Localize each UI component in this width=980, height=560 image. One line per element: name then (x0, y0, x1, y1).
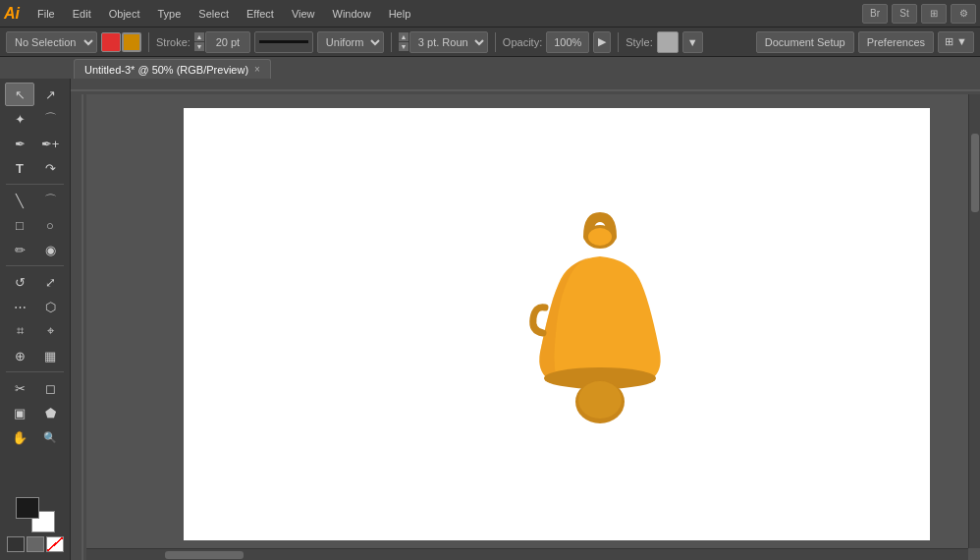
divider-3 (495, 32, 496, 52)
app-logo: Ai (4, 5, 20, 23)
preferences-button[interactable]: Preferences (858, 31, 934, 53)
menu-help[interactable]: Help (381, 5, 419, 23)
horizontal-scrollbar[interactable] (86, 548, 968, 560)
artboard-tool[interactable]: ▣ (5, 401, 34, 424)
none-swatch[interactable] (46, 536, 64, 552)
menu-bar: Ai File Edit Object Type Select Effect V… (0, 0, 980, 28)
weight-up[interactable]: ▲ (399, 32, 408, 41)
stock-button[interactable]: St (892, 4, 917, 24)
stroke-arrows: ▲ ▼ (194, 32, 204, 51)
weight-dropdown[interactable]: 3 pt. Round (409, 31, 488, 53)
scale-tool[interactable]: ⤢ (35, 270, 65, 294)
add-anchor-tool[interactable]: ✒+ (35, 132, 65, 155)
direct-select-tool[interactable]: ↗ (35, 83, 65, 106)
workspace-button[interactable]: ⊞ (921, 4, 947, 24)
stroke-line-preview (254, 31, 313, 53)
ellipse-tool[interactable]: ○ (35, 213, 65, 237)
stroke-uniform-dropdown[interactable]: Uniform (317, 31, 384, 53)
tab-close-button[interactable]: × (254, 64, 260, 75)
config-button[interactable]: ⚙ (951, 4, 976, 24)
weight-down[interactable]: ▼ (399, 42, 408, 51)
selection-dropdown[interactable]: No Selection (6, 31, 97, 53)
menu-object[interactable]: Object (101, 5, 148, 23)
menu-effect[interactable]: Effect (239, 5, 282, 23)
menu-view[interactable]: View (284, 5, 323, 23)
tool-divider-2 (6, 265, 64, 266)
style-dropdown-btn[interactable]: ▼ (682, 31, 703, 53)
column-graph-tool[interactable]: ▦ (35, 344, 65, 367)
medium-swatch[interactable] (27, 536, 44, 552)
lasso-tool[interactable]: ⌒ (35, 107, 65, 131)
perspective-tool[interactable]: ⬟ (35, 401, 65, 424)
menu-select[interactable]: Select (191, 5, 237, 23)
menu-window[interactable]: Window (325, 5, 379, 23)
magic-wand-tool[interactable]: ✦ (5, 107, 34, 131)
stroke-down[interactable]: ▼ (194, 42, 204, 51)
touch-type-tool[interactable]: ↷ (35, 156, 65, 180)
tool-row-type: T ↷ (2, 156, 68, 180)
vertical-scrollbar[interactable] (968, 94, 980, 548)
stroke-color-swatch[interactable] (122, 32, 141, 52)
select-tool[interactable]: ↖ (5, 83, 34, 106)
style-swatch[interactable] (657, 31, 679, 53)
dark-swatch[interactable] (7, 536, 25, 552)
opacity-input[interactable] (546, 31, 589, 53)
tool-row-2: ✦ ⌒ (2, 107, 68, 131)
pen-tool[interactable]: ✒ (5, 132, 34, 155)
fill-color-swatch[interactable] (101, 32, 121, 52)
weight-arrows: ▲ ▼ (399, 32, 408, 51)
foreground-swatch[interactable] (16, 497, 39, 519)
style-label: Style: (626, 36, 653, 48)
measure-tool[interactable]: ⌖ (35, 319, 65, 343)
blend-tool[interactable]: ⋯ (5, 295, 34, 318)
document-tab[interactable]: Untitled-3* @ 50% (RGB/Preview) × (74, 59, 271, 79)
menu-edit[interactable]: Edit (65, 5, 99, 23)
bridge-button[interactable]: Br (862, 4, 888, 24)
rectangle-tool[interactable]: □ (5, 213, 34, 237)
transform-tool[interactable]: ⬡ (35, 295, 65, 318)
stroke-label: Stroke: (156, 36, 191, 48)
bell-svg (492, 205, 708, 441)
tab-title: Untitled-3* @ 50% (RGB/Preview) (84, 64, 248, 76)
tool-divider-3 (6, 371, 64, 372)
tool-row-pen: ✒ ✒+ (2, 132, 68, 155)
fg-bg-swatches (16, 497, 55, 532)
line-tool[interactable]: ╲ (5, 189, 34, 212)
symbol-tool[interactable]: ⊕ (5, 344, 34, 367)
h-scrollbar-thumb[interactable] (165, 551, 244, 559)
tool-row-slice: ✂ ◻ (2, 376, 68, 400)
slice-tool[interactable]: ✂ (5, 376, 34, 400)
svg-rect-0 (71, 79, 980, 94)
svg-rect-2 (71, 94, 86, 560)
type-tool[interactable]: T (5, 156, 34, 180)
eyedropper-tool[interactable]: ⌗ (5, 319, 34, 343)
tool-row-brush: ✏ ◉ (2, 238, 68, 261)
fill-stroke-indicator (101, 32, 141, 52)
side-toolbar: ↖ ↗ ✦ ⌒ ✒ ✒+ T ↷ ╲ ⌒ □ ○ ✏ ◉ ↺ (0, 79, 71, 560)
document-setup-button[interactable]: Document Setup (756, 31, 854, 53)
v-scrollbar-thumb[interactable] (971, 134, 979, 212)
tool-row-blend: ⋯ ⬡ (2, 295, 68, 318)
options-toolbar: No Selection Stroke: ▲ ▼ Uniform ▲ ▼ 3 p… (0, 28, 980, 57)
arc-tool[interactable]: ⌒ (35, 189, 65, 212)
tab-bar: Untitled-3* @ 50% (RGB/Preview) × (0, 57, 980, 79)
bell-clapper-highlight (578, 381, 622, 419)
blob-brush-tool[interactable]: ◉ (35, 238, 65, 261)
tool-row-rotate: ↺ ⤢ (2, 270, 68, 294)
hand-tool[interactable]: ✋ (5, 425, 34, 449)
opacity-more-btn[interactable]: ▶ (593, 31, 611, 53)
zoom-tool[interactable]: 🔍 (35, 425, 65, 449)
rotate-tool[interactable]: ↺ (5, 270, 34, 294)
artboard (184, 108, 930, 540)
tool-row-1: ↖ ↗ (2, 83, 68, 106)
color-swatches-area (2, 493, 68, 556)
menu-type[interactable]: Type (150, 5, 190, 23)
menu-file[interactable]: File (29, 5, 63, 23)
eraser-tool[interactable]: ◻ (35, 376, 65, 400)
mini-swatches-row (6, 536, 64, 552)
arrange-btn[interactable]: ⊞ ▼ (938, 31, 974, 53)
divider-2 (391, 32, 392, 52)
stroke-up[interactable]: ▲ (194, 32, 204, 41)
stroke-input[interactable] (205, 31, 250, 53)
paintbrush-tool[interactable]: ✏ (5, 238, 34, 261)
